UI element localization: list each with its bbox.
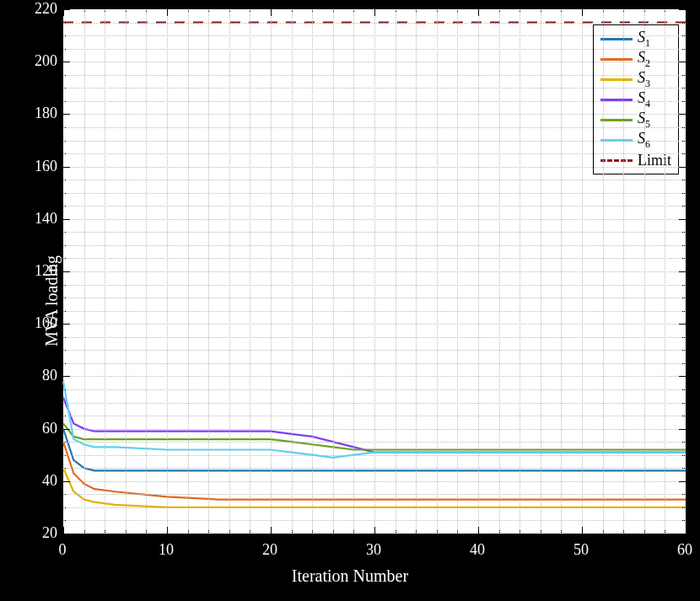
y-tick-label: 80: [42, 367, 57, 384]
x-axis-label: Iteration Number: [0, 566, 700, 586]
legend-item: S4: [600, 89, 671, 110]
legend-item: S2: [600, 49, 671, 69]
x-tick-label: 50: [573, 541, 589, 559]
y-tick-label: 160: [35, 157, 57, 174]
legend-swatch: [600, 58, 633, 61]
plot-area: S1S2S3S4S5S6Limit: [62, 8, 687, 534]
y-tick-label: 20: [42, 524, 57, 542]
y-tick-label: 140: [35, 209, 57, 227]
x-tick-label: 0: [59, 541, 67, 559]
y-tick-label: 60: [42, 419, 57, 437]
legend-swatch: [600, 119, 633, 121]
chart-container: S1S2S3S4S5S6Limit Iteration Number MVA l…: [0, 0, 700, 601]
y-tick-label: 220: [35, 0, 57, 18]
legend-item: S1: [600, 29, 671, 49]
legend-item: S3: [600, 69, 671, 89]
legend-swatch: [600, 78, 633, 81]
legend: S1S2S3S4S5S6Limit: [593, 24, 679, 174]
x-tick-label: 40: [470, 541, 485, 559]
x-tick-label: 20: [262, 541, 277, 559]
x-tick-label: 10: [159, 541, 174, 559]
legend-swatch: [600, 159, 633, 162]
y-tick-label: 180: [35, 105, 57, 122]
y-tick-label: 200: [35, 52, 57, 70]
y-tick-label: 40: [42, 471, 57, 489]
y-tick-label: 100: [35, 314, 57, 332]
x-tick-label: 60: [677, 541, 692, 559]
x-tick-label: 30: [366, 541, 381, 559]
legend-swatch: [600, 38, 633, 40]
y-tick-label: 120: [35, 262, 57, 280]
